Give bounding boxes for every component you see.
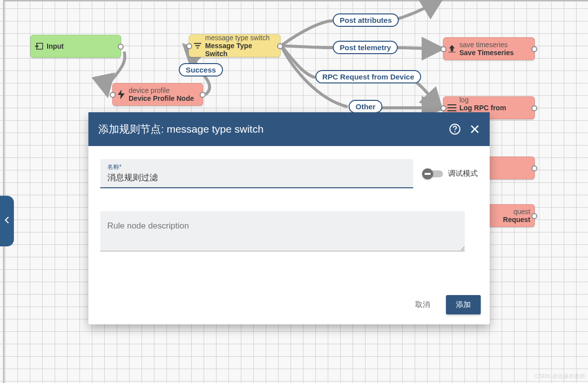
debug-mode-toggle[interactable]: [423, 170, 443, 177]
name-field[interactable]: 名称*: [100, 159, 413, 188]
modal-title: 添加规则节点: message type switch: [98, 122, 264, 136]
description-textarea[interactable]: [100, 211, 465, 251]
watermark: CSDN @边缘布道师: [535, 373, 585, 380]
name-input[interactable]: [107, 171, 406, 182]
toggle-knob: [422, 168, 433, 179]
add-button[interactable]: 添加: [446, 295, 481, 314]
svg-rect-3: [425, 173, 431, 175]
name-field-label: 名称*: [107, 163, 406, 171]
debug-mode-label: 调试模式: [448, 169, 478, 178]
svg-point-2: [454, 131, 455, 132]
help-button[interactable]: [449, 123, 461, 135]
help-circle-icon: [449, 123, 461, 135]
close-icon: [470, 124, 480, 134]
modal-header: 添加规则节点: message type switch: [88, 112, 490, 146]
cancel-button[interactable]: 取消: [406, 295, 439, 314]
add-rule-node-modal: 添加规则节点: message type switch 名称*: [88, 112, 490, 324]
rule-chain-canvas[interactable]: Input message type switch Message Type S…: [0, 0, 588, 383]
close-button[interactable]: [470, 124, 480, 134]
modal-body: 名称* 调试模式: [88, 146, 490, 258]
minus-icon: [425, 173, 431, 175]
modal-footer: 取消 添加: [88, 287, 490, 324]
